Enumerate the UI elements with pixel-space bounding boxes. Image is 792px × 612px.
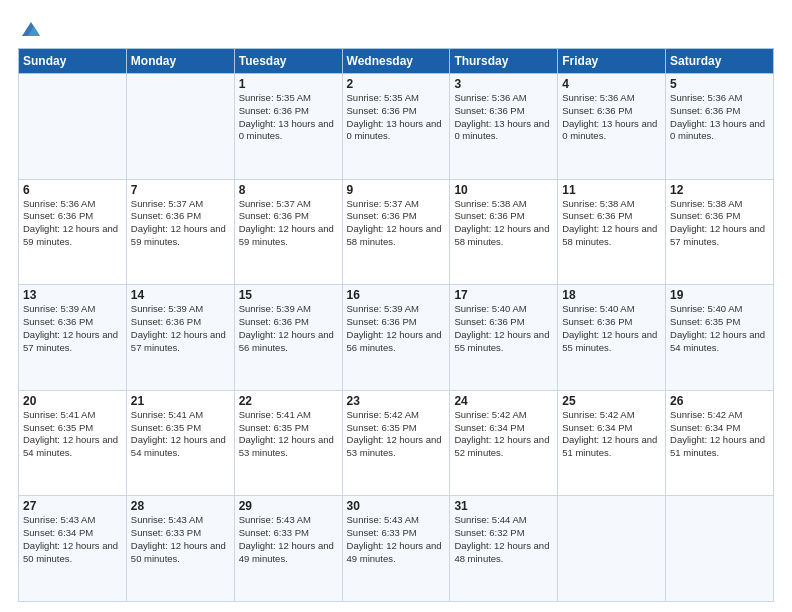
day-number: 30 <box>347 499 446 513</box>
day-info: Sunrise: 5:40 AM Sunset: 6:35 PM Dayligh… <box>670 303 769 354</box>
day-number: 28 <box>131 499 230 513</box>
logo-icon <box>20 18 42 40</box>
calendar-cell: 23Sunrise: 5:42 AM Sunset: 6:35 PM Dayli… <box>342 390 450 496</box>
day-number: 2 <box>347 77 446 91</box>
day-number: 4 <box>562 77 661 91</box>
day-info: Sunrise: 5:42 AM Sunset: 6:35 PM Dayligh… <box>347 409 446 460</box>
calendar-cell: 14Sunrise: 5:39 AM Sunset: 6:36 PM Dayli… <box>126 285 234 391</box>
day-info: Sunrise: 5:41 AM Sunset: 6:35 PM Dayligh… <box>23 409 122 460</box>
calendar-cell <box>126 74 234 180</box>
calendar-cell: 12Sunrise: 5:38 AM Sunset: 6:36 PM Dayli… <box>666 179 774 285</box>
header <box>18 18 774 38</box>
day-number: 5 <box>670 77 769 91</box>
day-number: 31 <box>454 499 553 513</box>
day-info: Sunrise: 5:38 AM Sunset: 6:36 PM Dayligh… <box>670 198 769 249</box>
calendar-cell <box>558 496 666 602</box>
day-number: 23 <box>347 394 446 408</box>
day-info: Sunrise: 5:37 AM Sunset: 6:36 PM Dayligh… <box>347 198 446 249</box>
calendar-cell: 4Sunrise: 5:36 AM Sunset: 6:36 PM Daylig… <box>558 74 666 180</box>
day-info: Sunrise: 5:35 AM Sunset: 6:36 PM Dayligh… <box>239 92 338 143</box>
calendar-cell: 8Sunrise: 5:37 AM Sunset: 6:36 PM Daylig… <box>234 179 342 285</box>
day-number: 25 <box>562 394 661 408</box>
day-number: 21 <box>131 394 230 408</box>
day-info: Sunrise: 5:41 AM Sunset: 6:35 PM Dayligh… <box>131 409 230 460</box>
day-of-week-header: Sunday <box>19 49 127 74</box>
calendar-cell: 6Sunrise: 5:36 AM Sunset: 6:36 PM Daylig… <box>19 179 127 285</box>
day-info: Sunrise: 5:39 AM Sunset: 6:36 PM Dayligh… <box>347 303 446 354</box>
calendar-cell: 17Sunrise: 5:40 AM Sunset: 6:36 PM Dayli… <box>450 285 558 391</box>
calendar-cell: 13Sunrise: 5:39 AM Sunset: 6:36 PM Dayli… <box>19 285 127 391</box>
calendar-cell: 25Sunrise: 5:42 AM Sunset: 6:34 PM Dayli… <box>558 390 666 496</box>
day-number: 10 <box>454 183 553 197</box>
day-info: Sunrise: 5:37 AM Sunset: 6:36 PM Dayligh… <box>131 198 230 249</box>
day-of-week-header: Saturday <box>666 49 774 74</box>
calendar-header-row: SundayMondayTuesdayWednesdayThursdayFrid… <box>19 49 774 74</box>
day-info: Sunrise: 5:40 AM Sunset: 6:36 PM Dayligh… <box>562 303 661 354</box>
calendar-cell: 24Sunrise: 5:42 AM Sunset: 6:34 PM Dayli… <box>450 390 558 496</box>
calendar-cell: 10Sunrise: 5:38 AM Sunset: 6:36 PM Dayli… <box>450 179 558 285</box>
day-number: 19 <box>670 288 769 302</box>
day-number: 1 <box>239 77 338 91</box>
day-number: 26 <box>670 394 769 408</box>
day-info: Sunrise: 5:41 AM Sunset: 6:35 PM Dayligh… <box>239 409 338 460</box>
calendar-week-row: 20Sunrise: 5:41 AM Sunset: 6:35 PM Dayli… <box>19 390 774 496</box>
day-number: 20 <box>23 394 122 408</box>
calendar-cell: 29Sunrise: 5:43 AM Sunset: 6:33 PM Dayli… <box>234 496 342 602</box>
day-of-week-header: Thursday <box>450 49 558 74</box>
day-info: Sunrise: 5:43 AM Sunset: 6:33 PM Dayligh… <box>131 514 230 565</box>
calendar-cell: 28Sunrise: 5:43 AM Sunset: 6:33 PM Dayli… <box>126 496 234 602</box>
calendar-cell: 19Sunrise: 5:40 AM Sunset: 6:35 PM Dayli… <box>666 285 774 391</box>
day-info: Sunrise: 5:36 AM Sunset: 6:36 PM Dayligh… <box>562 92 661 143</box>
calendar-cell: 30Sunrise: 5:43 AM Sunset: 6:33 PM Dayli… <box>342 496 450 602</box>
calendar-cell <box>19 74 127 180</box>
day-info: Sunrise: 5:43 AM Sunset: 6:33 PM Dayligh… <box>347 514 446 565</box>
calendar-cell: 31Sunrise: 5:44 AM Sunset: 6:32 PM Dayli… <box>450 496 558 602</box>
day-number: 12 <box>670 183 769 197</box>
calendar-cell: 5Sunrise: 5:36 AM Sunset: 6:36 PM Daylig… <box>666 74 774 180</box>
day-of-week-header: Monday <box>126 49 234 74</box>
day-number: 8 <box>239 183 338 197</box>
day-number: 3 <box>454 77 553 91</box>
calendar-cell: 18Sunrise: 5:40 AM Sunset: 6:36 PM Dayli… <box>558 285 666 391</box>
day-number: 9 <box>347 183 446 197</box>
calendar-cell: 9Sunrise: 5:37 AM Sunset: 6:36 PM Daylig… <box>342 179 450 285</box>
day-info: Sunrise: 5:38 AM Sunset: 6:36 PM Dayligh… <box>454 198 553 249</box>
day-number: 18 <box>562 288 661 302</box>
day-info: Sunrise: 5:42 AM Sunset: 6:34 PM Dayligh… <box>454 409 553 460</box>
calendar-cell: 3Sunrise: 5:36 AM Sunset: 6:36 PM Daylig… <box>450 74 558 180</box>
day-of-week-header: Wednesday <box>342 49 450 74</box>
calendar-week-row: 13Sunrise: 5:39 AM Sunset: 6:36 PM Dayli… <box>19 285 774 391</box>
day-info: Sunrise: 5:37 AM Sunset: 6:36 PM Dayligh… <box>239 198 338 249</box>
calendar-cell: 26Sunrise: 5:42 AM Sunset: 6:34 PM Dayli… <box>666 390 774 496</box>
day-number: 13 <box>23 288 122 302</box>
day-info: Sunrise: 5:39 AM Sunset: 6:36 PM Dayligh… <box>239 303 338 354</box>
day-of-week-header: Friday <box>558 49 666 74</box>
day-number: 6 <box>23 183 122 197</box>
day-number: 11 <box>562 183 661 197</box>
day-number: 24 <box>454 394 553 408</box>
day-info: Sunrise: 5:42 AM Sunset: 6:34 PM Dayligh… <box>670 409 769 460</box>
page: SundayMondayTuesdayWednesdayThursdayFrid… <box>0 0 792 612</box>
day-info: Sunrise: 5:42 AM Sunset: 6:34 PM Dayligh… <box>562 409 661 460</box>
day-number: 15 <box>239 288 338 302</box>
calendar-cell: 15Sunrise: 5:39 AM Sunset: 6:36 PM Dayli… <box>234 285 342 391</box>
calendar-cell: 2Sunrise: 5:35 AM Sunset: 6:36 PM Daylig… <box>342 74 450 180</box>
day-number: 16 <box>347 288 446 302</box>
day-info: Sunrise: 5:35 AM Sunset: 6:36 PM Dayligh… <box>347 92 446 143</box>
calendar-table: SundayMondayTuesdayWednesdayThursdayFrid… <box>18 48 774 602</box>
day-number: 17 <box>454 288 553 302</box>
logo <box>18 18 42 38</box>
day-info: Sunrise: 5:36 AM Sunset: 6:36 PM Dayligh… <box>670 92 769 143</box>
calendar-cell: 22Sunrise: 5:41 AM Sunset: 6:35 PM Dayli… <box>234 390 342 496</box>
day-info: Sunrise: 5:43 AM Sunset: 6:33 PM Dayligh… <box>239 514 338 565</box>
calendar-week-row: 1Sunrise: 5:35 AM Sunset: 6:36 PM Daylig… <box>19 74 774 180</box>
day-number: 27 <box>23 499 122 513</box>
day-info: Sunrise: 5:39 AM Sunset: 6:36 PM Dayligh… <box>131 303 230 354</box>
day-number: 22 <box>239 394 338 408</box>
day-info: Sunrise: 5:43 AM Sunset: 6:34 PM Dayligh… <box>23 514 122 565</box>
calendar-cell: 16Sunrise: 5:39 AM Sunset: 6:36 PM Dayli… <box>342 285 450 391</box>
calendar-cell: 20Sunrise: 5:41 AM Sunset: 6:35 PM Dayli… <box>19 390 127 496</box>
day-number: 14 <box>131 288 230 302</box>
day-number: 7 <box>131 183 230 197</box>
calendar-cell: 1Sunrise: 5:35 AM Sunset: 6:36 PM Daylig… <box>234 74 342 180</box>
